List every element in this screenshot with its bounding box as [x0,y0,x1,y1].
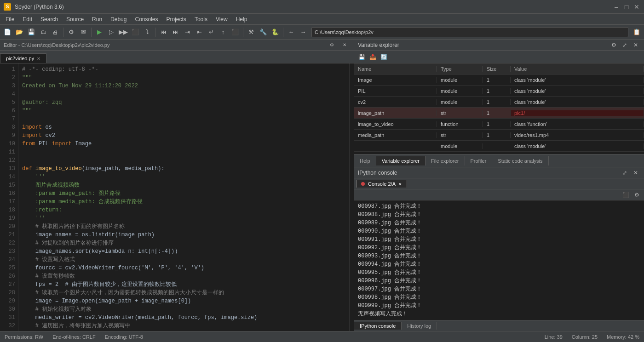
var-cell-type: module [437,143,483,149]
ipython-maximize-button[interactable]: ⤢ [620,168,629,177]
editor-tab-pic2video[interactable]: pic2video.py ✕ [0,53,46,63]
cons-tab-ipython[interactable]: IPython console [354,322,402,330]
stop-button[interactable]: ⬛ [230,27,241,38]
var-row-5[interactable]: media_pathstr1video/res1.mp4 [354,130,644,141]
ipython-close-button[interactable]: ✕ [631,168,640,177]
tools-button[interactable]: 🔧 [258,27,269,38]
editor-close-button[interactable]: ✕ [339,40,350,51]
console-line-0: 000987.jpg 合并完成！ [358,202,640,211]
var-row-6[interactable]: moduleclass 'module' [354,141,644,152]
var-cell-value: class 'module' [511,77,644,83]
open-file-button[interactable]: 📂 [14,27,25,38]
menu-source[interactable]: Source [63,15,87,23]
browse-button[interactable]: 📋 [631,27,642,38]
run-cell-button[interactable]: ▷ [106,27,117,38]
email-button[interactable]: ✉ [78,27,89,38]
editor-scrollbar[interactable] [349,63,354,331]
console-tab-label: Console 2/A [368,181,395,187]
run-button[interactable]: ▶ [94,27,105,38]
unindent-button[interactable]: ⇤ [194,27,205,38]
tab-close-icon[interactable]: ✕ [37,56,40,61]
format-button[interactable]: ⚒ [246,27,257,38]
menu-debug[interactable]: Debug [107,15,130,23]
console-lines-container: 000987.jpg 合并完成！000988.jpg 合并完成！000989.j… [358,202,640,318]
code-content[interactable]: # -*- coding: utf-8 -*-"""Created on Tue… [18,63,349,331]
ipython-title: IPython console [358,170,397,176]
var-save-button[interactable]: 💾 [357,52,366,62]
ipython-header: IPython console ⤢ ✕ [354,167,644,178]
menu-tools[interactable]: Tools [191,15,211,23]
editor-options-button[interactable]: ⚙ [326,40,337,51]
console-tab-close-icon[interactable]: ✕ [398,182,402,187]
line-number-17: 17 [0,198,15,206]
var-close-button[interactable]: ✕ [631,40,640,50]
console-bottom-tabs: IPython console History log [354,320,644,331]
var-row-2[interactable]: cv2module1class 'module' [354,97,644,108]
var-options-button[interactable]: ⚙ [609,40,618,50]
menu-projects[interactable]: Projects [163,15,190,23]
code-line-33: for for image_name in image_names: [22,330,345,331]
menu-view[interactable]: View [212,15,231,23]
tab-profiler[interactable]: Profiler [465,156,493,165]
print-button[interactable]: 🖨 [50,27,61,38]
var-import-button[interactable]: 📥 [368,52,377,62]
var-cell-name: Image [354,77,437,83]
var-table: Name Type Size Value Imagemodule1class '… [354,63,644,154]
debug-next-button[interactable]: ⏭ [170,27,181,38]
console-clear-button[interactable]: ⬛ [621,190,630,200]
run-prev-cell-button[interactable]: ↑ [218,27,229,38]
var-row-0[interactable]: Imagemodule1class 'module' [354,74,644,86]
line-number-10: 10 [0,140,15,148]
line-number-5: 5 [0,98,15,107]
run-selection-button[interactable]: ▶▶ [118,27,129,38]
menu-consoles[interactable]: Consoles [131,15,161,23]
var-maximize-button[interactable]: ⤢ [620,40,629,50]
path-bar[interactable]: C:\Users\zqq\Desktop\p2v [311,27,628,37]
menu-search[interactable]: Search [37,15,62,23]
console-options-button[interactable]: ⚙ [632,190,641,200]
menu-file[interactable]: File [2,15,18,23]
var-row-1[interactable]: PILmodule1class 'module' [354,86,644,97]
code-line-32: # 遍历图片，将每张图片加入视频写中 [22,322,345,330]
separator5 [283,28,283,37]
debug-button[interactable]: ⬛ [130,27,141,38]
tab-help[interactable]: Help [354,156,376,165]
forward-button[interactable]: → [298,27,309,38]
var-cell-name: image_path [354,110,437,116]
code-area[interactable]: 1234567891011121314151617181920212223242… [0,63,354,331]
run-cell-adv-button[interactable]: ↵ [206,27,217,38]
console-tab-2a[interactable]: Console 2/A ✕ [356,180,407,188]
step-button[interactable]: ⤵ [142,27,153,38]
code-line-1: # -*- coding: utf-8 -*- [22,65,345,74]
console-line-5: 000992.jpg 合并完成！ [358,244,640,252]
tab-static-analysis[interactable]: Static code analysis [492,156,548,165]
tab-variable-explorer[interactable]: Variable explorer [376,156,426,165]
console-line-8: 000995.jpg 合并完成！ [358,268,640,277]
indent-button[interactable]: ⇥ [182,27,193,38]
line-number-20: 20 [0,222,15,231]
menu-edit[interactable]: Edit [19,15,36,23]
menu-help[interactable]: Help [232,15,251,23]
status-line: Line: 39 [545,334,563,340]
var-refresh-button[interactable]: 🔄 [379,52,388,62]
menu-run[interactable]: Run [88,15,106,23]
var-cell-value: class 'module' [511,143,644,149]
save-file-button[interactable]: 💾 [26,27,37,38]
save-all-button[interactable]: 🗂 [38,27,49,38]
code-line-16: :param image_path: 图片路径 [22,189,345,198]
var-row-3[interactable]: image_pathstr1pic1/ [354,108,644,119]
maximize-button[interactable]: □ [623,3,630,11]
preferences-button[interactable]: ⚙ [66,27,77,38]
back-button[interactable]: ← [286,27,297,38]
line-number-2: 2 [0,74,15,82]
cons-tab-history[interactable]: History log [402,322,437,330]
debug-prev-button[interactable]: ⏮ [158,27,169,38]
tab-file-explorer[interactable]: File explorer [426,156,465,165]
line-number-8: 8 [0,123,15,131]
spyder-button[interactable]: 🐍 [270,27,281,38]
var-row-4[interactable]: image_to_videofunction1class 'function' [354,119,644,130]
minimize-button[interactable]: – [613,3,620,11]
editor-header: Editor - C:\Users\zqq\Desktop\p2v\pic2vi… [0,40,354,51]
close-button[interactable]: ✕ [633,3,640,11]
new-file-button[interactable]: 📄 [2,27,13,38]
